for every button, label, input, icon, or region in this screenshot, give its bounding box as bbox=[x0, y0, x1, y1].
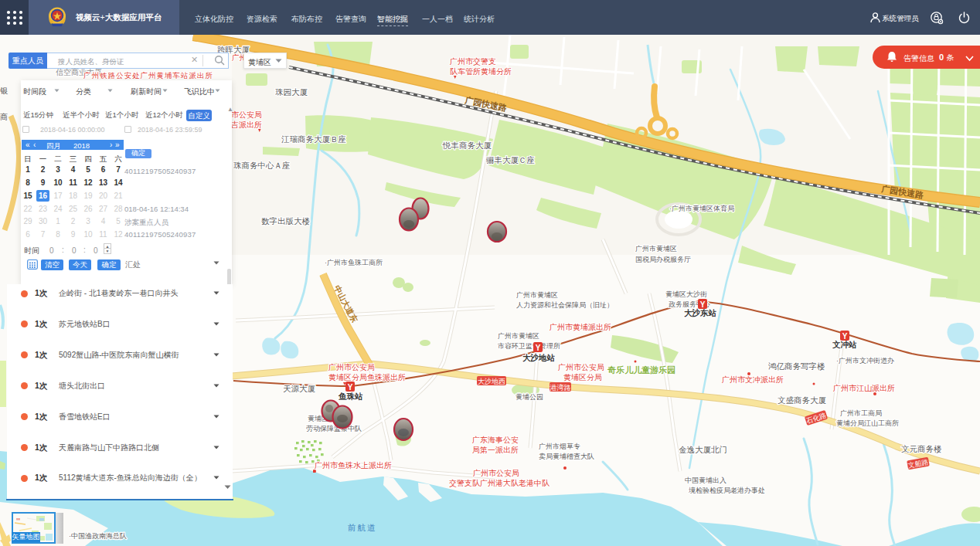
svg-text:银: 银 bbox=[0, 86, 8, 95]
svg-text:文盛商务大厦: 文盛商务大厦 bbox=[778, 395, 827, 405]
svg-text:前航道: 前航道 bbox=[348, 523, 377, 532]
svg-text:骊丰大厦Ｃ座: 骊丰大厦Ｃ座 bbox=[485, 155, 535, 164]
svg-text:市容环卫监督管理所: 市容环卫监督管理所 bbox=[498, 342, 560, 350]
svg-text:广州市黄埔派出所: 广州市黄埔派出所 bbox=[550, 323, 611, 331]
svg-text:广州市黄埔区: 广州市黄埔区 bbox=[635, 245, 677, 253]
svg-text:广州市公安局: 广州市公安局 bbox=[558, 363, 604, 371]
svg-text:商: 商 bbox=[0, 113, 8, 121]
svg-text:悦丰商务大厦: 悦丰商务大厦 bbox=[442, 141, 492, 150]
svg-text:文冲站: 文冲站 bbox=[832, 340, 857, 349]
svg-text:境检验检疫局老港办事处: 境检验检疫局老港办事处 bbox=[688, 487, 765, 494]
svg-text:黄埔分局江山工商所: 黄埔分局江山工商所 bbox=[836, 419, 899, 427]
svg-text:吉派出所: 吉派出所 bbox=[231, 120, 262, 129]
svg-text:广州市交警支: 广州市交警支 bbox=[450, 57, 496, 66]
svg-text:广州市黄埔区: 广州市黄埔区 bbox=[498, 332, 539, 340]
svg-text:Y: Y bbox=[348, 383, 353, 392]
svg-text:大沙地西: 大沙地西 bbox=[478, 378, 505, 385]
svg-text:广州市公安局: 广州市公安局 bbox=[473, 469, 519, 477]
svg-text:港湾路: 港湾路 bbox=[550, 384, 571, 392]
svg-text:广州铁路公安处广州黄埔车站派出所: 广州铁路公安处广州黄埔车站派出所 bbox=[83, 71, 213, 80]
svg-text:金逸大厦北门: 金逸大厦北门 bbox=[679, 445, 727, 454]
svg-text:黄埔区大沙街: 黄埔区大沙街 bbox=[665, 290, 707, 298]
svg-text:广州市公安局: 广州市公安局 bbox=[328, 363, 375, 371]
svg-text:广东海事公安: 广东海事公安 bbox=[472, 436, 519, 444]
svg-text:市公安局: 市公安局 bbox=[231, 110, 262, 119]
svg-text:广州市烟草专: 广州市烟草专 bbox=[539, 443, 580, 450]
svg-text:局第一派出所: 局第一派出所 bbox=[472, 446, 519, 454]
svg-text:黄埔公园: 黄埔公园 bbox=[516, 393, 543, 401]
svg-text:广州市鱼珠水上派出所: 广州市鱼珠水上派出所 bbox=[315, 461, 392, 470]
svg-text:人力资源和社会保障局（旧址）: 人力资源和社会保障局（旧址） bbox=[516, 301, 614, 309]
svg-text:卖局黄埔稽查大队: 卖局黄埔稽查大队 bbox=[539, 453, 594, 460]
svg-text:鸿亿商务写字楼: 鸿亿商务写字楼 bbox=[768, 361, 825, 371]
svg-text:数字出版大楼: 数字出版大楼 bbox=[261, 216, 311, 226]
svg-text:奇乐儿儿童游乐园: 奇乐儿儿童游乐园 bbox=[607, 365, 675, 375]
svg-text:·广州市鱼珠工商所: ·广州市鱼珠工商所 bbox=[325, 259, 383, 266]
svg-text:中国黄埔出入: 中国黄埔出入 bbox=[685, 476, 726, 484]
svg-text:广州市江山派出所: 广州市江山派出所 bbox=[833, 384, 895, 392]
svg-text:劳动保障监察中队: 劳动保障监察中队 bbox=[306, 425, 362, 432]
svg-text:大沙东站: 大沙东站 bbox=[684, 308, 717, 317]
svg-text:江瑞商务大厦Ｂ座: 江瑞商务大厦Ｂ座 bbox=[281, 134, 346, 144]
svg-text:Y: Y bbox=[700, 300, 706, 309]
svg-text:文元商务楼: 文元商务楼 bbox=[901, 444, 942, 453]
svg-text:珠商务中心Ａ座: 珠商务中心Ａ座 bbox=[233, 161, 291, 170]
svg-text:黄埔区分局鱼珠派出所: 黄埔区分局鱼珠派出所 bbox=[328, 373, 406, 382]
svg-text:黄埔区分局: 黄埔区分局 bbox=[563, 373, 602, 382]
svg-text:交警支队广州港大队老港中队: 交警支队广州港大队老港中队 bbox=[449, 479, 550, 487]
svg-text:队车管所黄埔分所: 队车管所黄埔分所 bbox=[450, 67, 512, 76]
svg-text:大沙地站: 大沙地站 bbox=[522, 353, 556, 362]
svg-text:·广州市黄埔区体育局: ·广州市黄埔区体育局 bbox=[669, 205, 734, 212]
svg-text:Y: Y bbox=[536, 344, 541, 352]
svg-text:广州市黄埔区: 广州市黄埔区 bbox=[516, 291, 558, 299]
svg-text:国税局办税服务厅: 国税局办税服务厅 bbox=[635, 256, 691, 263]
svg-text:广州市文冲派出所: 广州市文冲派出所 bbox=[722, 375, 784, 384]
svg-text:Y: Y bbox=[842, 332, 848, 341]
svg-text:珠园大厦: 珠园大厦 bbox=[275, 87, 308, 97]
svg-text:鱼珠站: 鱼珠站 bbox=[338, 392, 363, 401]
svg-text:·中国渔政南海总队: ·中国渔政南海总队 bbox=[69, 532, 127, 540]
svg-text:天源大厦: 天源大厦 bbox=[283, 384, 316, 393]
svg-text:·广州市文冲街道办: ·广州市文冲街道办 bbox=[836, 357, 894, 365]
svg-text:广州市工商局: 广州市工商局 bbox=[840, 409, 882, 417]
